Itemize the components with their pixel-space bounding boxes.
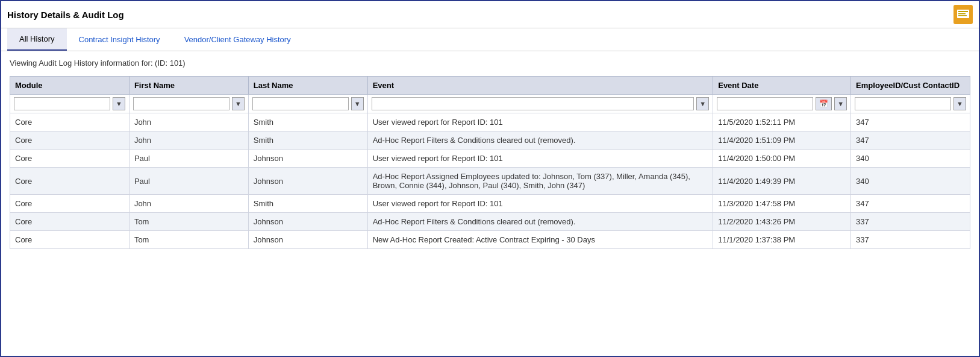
filter-cell-date: 📅 ▼ [713, 95, 851, 113]
filter-btn-last-name[interactable]: ▼ [351, 97, 364, 110]
table-row: CorePaulJohnsonAd-Hoc Report Assigned Em… [10, 168, 970, 195]
col-header-emp-id: EmployeeID/Cust ContactID [851, 77, 970, 95]
table-row: CoreJohnSmithAd-Hoc Report Filters & Con… [10, 131, 970, 150]
audit-info-text: Viewing Audit Log History information fo… [10, 58, 970, 68]
col-header-event: Event [367, 77, 713, 95]
cell-first-name: Paul [129, 150, 248, 168]
tab-vendor-client[interactable]: Vendor/Client Gateway History [172, 28, 303, 51]
cell-first-name: John [129, 131, 248, 150]
table-body: CoreJohnSmithUser viewed report for Repo… [10, 113, 970, 249]
cell-event-date: 11/2/2020 1:43:26 PM [713, 213, 851, 231]
table-header-row: Module First Name Last Name Event Event … [10, 77, 970, 95]
cell-module: Core [10, 113, 130, 131]
filter-row: ▼ ▼ ▼ [10, 95, 970, 113]
cell-last-name: Smith [248, 195, 367, 213]
calendar-btn-date[interactable]: 📅 [816, 97, 832, 110]
filter-cell-module: ▼ [10, 95, 130, 113]
tab-contract-insight[interactable]: Contract Insight History [67, 28, 172, 51]
col-header-module: Module [10, 77, 130, 95]
cell-module: Core [10, 213, 130, 231]
history-table: Module First Name Last Name Event Event … [10, 76, 970, 249]
svg-rect-2 [958, 11, 968, 12]
cell-first-name: Tom [129, 213, 248, 231]
content-area: Viewing Audit Log History information fo… [1, 51, 979, 256]
table-row: CoreTomJohnsonAd-Hoc Report Filters & Co… [10, 213, 970, 231]
window-icon [953, 5, 973, 24]
col-header-first-name: First Name [129, 77, 248, 95]
cell-first-name: Tom [129, 231, 248, 249]
cell-emp-id: 337 [851, 213, 970, 231]
tab-all-history[interactable]: All History [7, 28, 67, 51]
cell-emp-id: 340 [851, 168, 970, 195]
cell-event-date: 11/1/2020 1:37:38 PM [713, 231, 851, 249]
table-row: CoreJohnSmithUser viewed report for Repo… [10, 195, 970, 213]
cell-first-name: John [129, 195, 248, 213]
filter-btn-first-name[interactable]: ▼ [232, 97, 245, 110]
cell-module: Core [10, 150, 130, 168]
cell-event-date: 11/3/2020 1:47:58 PM [713, 195, 851, 213]
cell-last-name: Johnson [248, 168, 367, 195]
window-frame: History Details & Audit Log All History … [0, 0, 980, 357]
cell-event: User viewed report for Report ID: 101 [367, 150, 713, 168]
filter-input-module[interactable] [14, 97, 110, 110]
cell-emp-id: 347 [851, 131, 970, 150]
filter-cell-emp-id: ▼ [851, 95, 970, 113]
cell-module: Core [10, 195, 130, 213]
cell-event: New Ad-Hoc Report Created: Active Contra… [367, 231, 713, 249]
cell-first-name: John [129, 113, 248, 131]
filter-cell-first-name: ▼ [129, 95, 248, 113]
table-row: CorePaulJohnsonUser viewed report for Re… [10, 150, 970, 168]
filter-cell-event: ▼ [367, 95, 713, 113]
cell-emp-id: 347 [851, 113, 970, 131]
cell-event: Ad-Hoc Report Filters & Conditions clear… [367, 131, 713, 150]
col-header-event-date: Event Date [713, 77, 851, 95]
cell-event-date: 11/4/2020 1:50:00 PM [713, 150, 851, 168]
cell-emp-id: 337 [851, 231, 970, 249]
tabs-bar: All History Contract Insight History Ven… [1, 28, 979, 51]
cell-emp-id: 347 [851, 195, 970, 213]
table-row: CoreJohnSmithUser viewed report for Repo… [10, 113, 970, 131]
filter-input-first-name[interactable] [133, 97, 229, 110]
cell-emp-id: 340 [851, 150, 970, 168]
cell-event: User viewed report for Report ID: 101 [367, 113, 713, 131]
window-title: History Details & Audit Log [7, 10, 124, 20]
filter-cell-last-name: ▼ [248, 95, 367, 113]
filter-btn-module[interactable]: ▼ [113, 97, 125, 110]
title-bar: History Details & Audit Log [1, 1, 979, 28]
cell-event-date: 11/4/2020 1:49:39 PM [713, 168, 851, 195]
filter-input-date[interactable] [717, 97, 813, 110]
cell-module: Core [10, 131, 130, 150]
cell-first-name: Paul [129, 168, 248, 195]
col-header-last-name: Last Name [248, 77, 367, 95]
cell-last-name: Smith [248, 113, 367, 131]
cell-last-name: Johnson [248, 213, 367, 231]
cell-last-name: Johnson [248, 150, 367, 168]
cell-module: Core [10, 231, 130, 249]
table-row: CoreTomJohnsonNew Ad-Hoc Report Created:… [10, 231, 970, 249]
cell-module: Core [10, 168, 130, 195]
filter-input-last-name[interactable] [252, 97, 349, 110]
filter-input-emp-id[interactable] [855, 97, 951, 110]
svg-rect-4 [958, 15, 967, 16]
filter-btn-event[interactable]: ▼ [696, 97, 709, 110]
svg-rect-3 [958, 13, 966, 14]
cell-event-date: 11/4/2020 1:51:09 PM [713, 131, 851, 150]
cell-event: Ad-Hoc Report Assigned Employees updated… [367, 168, 713, 195]
cell-event-date: 11/5/2020 1:52:11 PM [713, 113, 851, 131]
cell-last-name: Johnson [248, 231, 367, 249]
filter-btn-date[interactable]: ▼ [834, 97, 847, 110]
cell-last-name: Smith [248, 131, 367, 150]
cell-event: User viewed report for Report ID: 101 [367, 195, 713, 213]
filter-btn-emp-id[interactable]: ▼ [953, 97, 966, 110]
filter-input-event[interactable] [372, 97, 694, 110]
cell-event: Ad-Hoc Report Filters & Conditions clear… [367, 213, 713, 231]
